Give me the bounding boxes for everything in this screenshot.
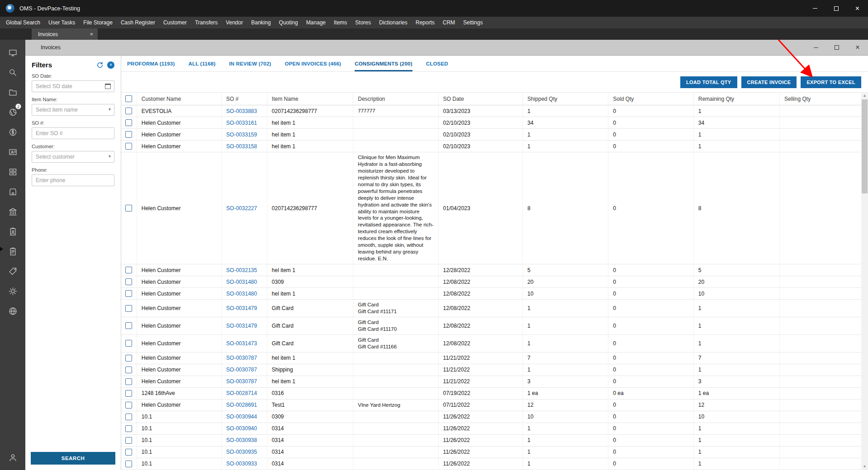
so-number-link[interactable]: SO-0030938 <box>226 437 257 443</box>
menu-item-settings[interactable]: Settings <box>459 17 487 28</box>
so-number-link[interactable]: SO-0031480 <box>226 291 257 297</box>
filter-item-name-input[interactable] <box>32 104 114 116</box>
row-checkbox[interactable] <box>125 449 132 456</box>
so-number-link[interactable]: SO-0030940 <box>226 425 257 432</box>
store-icon[interactable] <box>0 182 25 202</box>
menu-item-cash-register[interactable]: Cash Register <box>117 17 159 28</box>
col-selling-qty[interactable]: Selling Qty <box>780 93 861 105</box>
panel-expander[interactable] <box>0 247 3 251</box>
table-row[interactable]: 10.1SO-0030944030911/26/202210010 <box>121 411 861 423</box>
table-row[interactable]: 10.1SO-0030935031411/26/2022101 <box>121 446 861 458</box>
so-number-link[interactable]: SO-0033161 <box>226 120 257 126</box>
table-row[interactable]: 10.1SO-0030940031411/26/2022101 <box>121 423 861 434</box>
row-checkbox[interactable] <box>125 340 132 347</box>
col-so[interactable]: SO # <box>222 93 267 105</box>
so-number-link[interactable]: SO-0033158 <box>226 143 257 150</box>
so-number-link[interactable]: SO-0033883 <box>226 108 257 114</box>
menu-item-banking[interactable]: Banking <box>247 17 275 28</box>
load-total-qty-button[interactable]: LOAD TOTAL QTY <box>680 76 737 88</box>
row-checkbox[interactable] <box>125 131 132 138</box>
table-row[interactable]: Helen CustomerSO-0030787hel item 111/21/… <box>121 376 861 387</box>
dropdown-caret-icon[interactable] <box>109 154 111 159</box>
menu-item-manage[interactable]: Manage <box>302 17 330 28</box>
table-row[interactable]: Helen CustomerSO-0033159hel item 102/10/… <box>121 129 861 141</box>
so-number-link[interactable]: SO-0031480 <box>226 279 257 285</box>
create-invoice-button[interactable]: CREATE INVOICE <box>741 76 797 88</box>
bank-icon[interactable] <box>0 202 25 221</box>
menu-item-customer[interactable]: Customer <box>159 17 191 28</box>
folder-icon[interactable] <box>0 82 25 102</box>
calendar-icon[interactable] <box>105 84 111 89</box>
menu-item-file-storage[interactable]: File Storage <box>79 17 117 28</box>
so-number-link[interactable]: SO-0032227 <box>226 205 257 212</box>
table-row[interactable]: Helen CustomerSO-0031473Gift CardGift Ca… <box>121 334 861 352</box>
so-number-link[interactable]: SO-0030787 <box>226 367 257 373</box>
row-checkbox[interactable] <box>125 305 132 312</box>
inner-restore-button[interactable] <box>826 40 847 55</box>
scroll-up-icon[interactable] <box>861 92 868 99</box>
tab-consignments-200[interactable]: CONSIGNMENTS (200) <box>355 56 413 71</box>
money-icon[interactable] <box>0 122 25 142</box>
table-row[interactable]: 10.1SO-0030933031411/26/2022101 <box>121 458 861 470</box>
inventory-icon[interactable] <box>0 162 25 182</box>
tag-icon[interactable] <box>0 261 25 281</box>
vertical-scrollbar[interactable] <box>861 92 868 470</box>
row-checkbox[interactable] <box>125 414 132 420</box>
row-checkbox[interactable] <box>125 322 132 329</box>
table-row[interactable]: Helen CustomerSO-0030787Shipping11/21/20… <box>121 364 861 376</box>
so-number-link[interactable]: SO-0030935 <box>226 449 257 455</box>
tab-open-invoices-466[interactable]: OPEN INVOICES (466) <box>285 56 342 71</box>
menu-item-transfers[interactable]: Transfers <box>191 17 222 28</box>
menu-item-vendor[interactable]: Vendor <box>222 17 247 28</box>
table-row[interactable]: Helen CustomerSO-0032135hel item 112/28/… <box>121 264 861 276</box>
table-row[interactable]: Helen CustomerSO-0031480030912/08/202220… <box>121 276 861 288</box>
refresh-icon[interactable] <box>96 61 104 69</box>
table-row[interactable]: Helen CustomerSO-0033161hel item 102/10/… <box>121 117 861 129</box>
row-checkbox[interactable] <box>125 378 132 385</box>
row-checkbox[interactable] <box>125 461 132 467</box>
so-number-link[interactable]: SO-0032135 <box>226 267 257 273</box>
col-customer-name[interactable]: Customer Name <box>137 93 221 105</box>
filter-so-date-field[interactable] <box>32 81 114 92</box>
clipboard-user-icon[interactable] <box>0 221 25 241</box>
row-checkbox[interactable] <box>125 355 132 362</box>
col-description[interactable]: Description <box>353 93 438 105</box>
search-icon[interactable] <box>0 62 25 82</box>
row-checkbox[interactable] <box>125 367 132 373</box>
table-row[interactable]: Helen CustomerSO-0028691Test1VIne Yard H… <box>121 399 861 411</box>
menu-item-global-search[interactable]: Global Search <box>2 17 44 28</box>
table-row[interactable]: Helen CustomerSO-0031479Gift CardGift Ca… <box>121 317 861 334</box>
scroll-down-icon[interactable] <box>861 463 868 470</box>
tab-proforma-1193[interactable]: PROFORMA (1193) <box>127 56 175 71</box>
col-select[interactable] <box>121 93 137 105</box>
col-item-name[interactable]: Item Name <box>267 93 353 105</box>
header-checkbox[interactable] <box>125 95 132 102</box>
window-maximize-button[interactable] <box>825 0 847 17</box>
row-checkbox[interactable] <box>125 108 132 114</box>
clipboard-icon[interactable] <box>0 241 25 261</box>
row-checkbox[interactable] <box>125 267 132 273</box>
user-icon[interactable] <box>0 448 25 466</box>
menu-item-reports[interactable]: Reports <box>412 17 439 28</box>
filter-so-field[interactable] <box>32 128 114 139</box>
so-number-link[interactable]: SO-0030787 <box>226 378 257 385</box>
filter-customer-input[interactable] <box>32 151 114 163</box>
so-number-link[interactable]: SO-0031479 <box>226 323 257 329</box>
row-checkbox[interactable] <box>125 205 132 212</box>
menu-item-dictionaries[interactable]: Dictionaries <box>375 17 412 28</box>
row-checkbox[interactable] <box>125 143 132 150</box>
row-checkbox[interactable] <box>125 425 132 432</box>
globe-icon[interactable] <box>0 301 25 321</box>
menu-item-items[interactable]: Items <box>330 17 351 28</box>
menu-item-quoting[interactable]: Quoting <box>275 17 302 28</box>
row-checkbox[interactable] <box>125 278 132 285</box>
inner-close-button[interactable] <box>847 40 868 55</box>
filter-item-name-field[interactable] <box>32 104 114 115</box>
row-checkbox[interactable] <box>125 290 132 297</box>
so-number-link[interactable]: SO-0031473 <box>226 340 257 347</box>
tab-all-1168[interactable]: ALL (1168) <box>188 56 215 71</box>
table-row[interactable]: 1248 16thAveSO-0028714031607/19/20221 ea… <box>121 387 861 399</box>
dashboard-icon[interactable] <box>0 42 25 62</box>
row-checkbox[interactable] <box>125 390 132 397</box>
tab-in-review-702[interactable]: IN REVIEW (702) <box>229 56 271 71</box>
